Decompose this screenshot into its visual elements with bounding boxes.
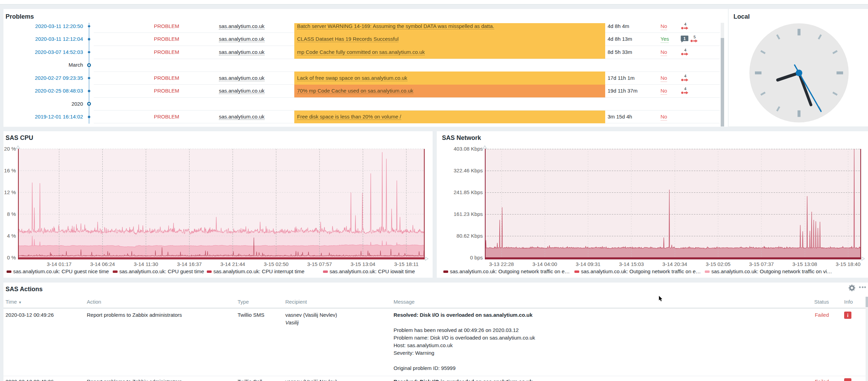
svg-text:0 bps: 0 bps (470, 255, 483, 260)
svg-text:3-15 13:04: 3-15 13:04 (351, 261, 376, 267)
svg-text:80.62 Kbps: 80.62 Kbps (456, 233, 483, 239)
svg-text:3-14 06:24: 3-14 06:24 (90, 261, 115, 267)
svg-text:3-14 21:44: 3-14 21:44 (220, 261, 245, 267)
svg-text:241.85 Kbps: 241.85 Kbps (454, 189, 483, 195)
svg-text:20 %: 20 % (4, 146, 16, 152)
svg-text:3-14 11:30: 3-14 11:30 (134, 261, 158, 267)
svg-text:322.46 Kbps: 322.46 Kbps (454, 168, 483, 173)
svg-text:4: 4 (684, 48, 687, 52)
svg-text:4 %: 4 % (7, 233, 16, 239)
svg-text:3-14 04:00: 3-14 04:00 (532, 261, 557, 267)
svg-text:3-15 02:50: 3-15 02:50 (264, 261, 289, 267)
svg-text:3-15 18:11: 3-15 18:11 (394, 261, 419, 267)
svg-text:12 %: 12 % (4, 189, 16, 195)
svg-text:1: 1 (683, 36, 686, 41)
svg-text:3-14 09:31: 3-14 09:31 (576, 261, 601, 267)
svg-text:sas.analytium.co.uk: Outgoing: sas.analytium.co.uk: Outgoing network tr… (711, 268, 832, 274)
svg-text:sas.analytium.co.uk: Outgoing: sas.analytium.co.uk: Outgoing network tr… (581, 268, 701, 274)
svg-text:4: 4 (684, 74, 687, 78)
svg-text:sas.analytium.co.uk: CPU guest: sas.analytium.co.uk: CPU guest time (119, 268, 204, 274)
svg-text:sas.analytium.co.uk: CPU guest: sas.analytium.co.uk: CPU guest nice time (13, 268, 109, 274)
svg-text:403.08 Kbps: 403.08 Kbps (454, 146, 483, 152)
svg-text:161.23 Kbps: 161.23 Kbps (454, 211, 483, 217)
svg-text:4: 4 (684, 87, 687, 91)
svg-text:0 %: 0 % (7, 255, 16, 260)
svg-text:3-15 02:05: 3-15 02:05 (706, 261, 731, 267)
svg-text:3-14 16:37: 3-14 16:37 (177, 261, 202, 267)
svg-text:3-13 22:28: 3-13 22:28 (489, 261, 514, 267)
svg-text:sas.analytium.co.uk: CPU inter: sas.analytium.co.uk: CPU interrupt time (213, 268, 304, 274)
svg-text:3-15 07:37: 3-15 07:37 (749, 261, 774, 267)
svg-text:sas.analytium.co.uk: Outgoing: sas.analytium.co.uk: Outgoing network tr… (450, 268, 570, 274)
svg-text:4: 4 (684, 22, 687, 26)
svg-text:16 %: 16 % (4, 168, 16, 173)
svg-text:3-15 18:40: 3-15 18:40 (836, 261, 861, 267)
svg-text:3-14 15:03: 3-14 15:03 (619, 261, 644, 267)
svg-text:sas.analytium.co.uk: CPU iowai: sas.analytium.co.uk: CPU iowait time (330, 268, 415, 274)
svg-text:3-15 07:57: 3-15 07:57 (307, 261, 332, 267)
svg-text:3-15 13:08: 3-15 13:08 (792, 261, 817, 267)
svg-text:3-14 20:34: 3-14 20:34 (662, 261, 687, 267)
svg-text:8 %: 8 % (7, 211, 16, 217)
svg-text:5: 5 (694, 35, 696, 39)
svg-text:3-14 01:17: 3-14 01:17 (47, 261, 72, 267)
